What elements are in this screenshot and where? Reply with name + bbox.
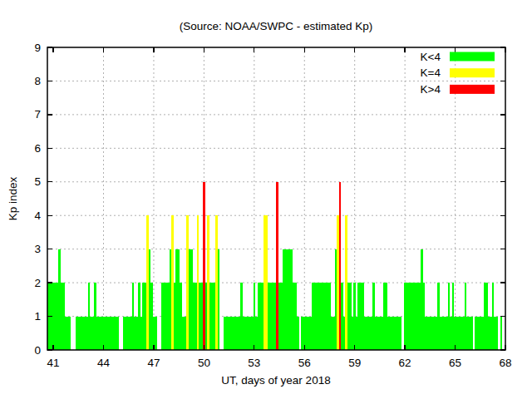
kp-bar	[230, 317, 233, 350]
kp-bar	[446, 317, 448, 350]
kp-bar	[215, 215, 218, 350]
kp-bar	[341, 283, 343, 350]
kp-bar	[496, 317, 499, 350]
kp-bar	[295, 283, 298, 350]
legend-swatch	[450, 52, 495, 62]
kp-bar	[161, 283, 164, 350]
kp-bar	[170, 249, 172, 350]
kp-bar	[454, 317, 456, 350]
kp-bar	[274, 283, 277, 350]
kp-bar	[58, 249, 61, 350]
kp-bar	[94, 283, 96, 350]
kp-bar	[404, 283, 406, 350]
kp-bar	[397, 317, 400, 350]
kp-bar	[65, 317, 67, 350]
kp-bar	[106, 317, 109, 350]
kp-bar	[232, 317, 234, 350]
kp-index-chart: 414447505356596265680123456789 K<4K=4K>4…	[0, 0, 532, 399]
chart-title: (Source: NOAA/SWPC - estimated Kp)	[180, 20, 373, 32]
kp-bar	[92, 317, 95, 350]
kp-bar	[339, 182, 342, 350]
kp-bar	[444, 317, 446, 350]
kp-bar	[448, 283, 451, 350]
kp-bar	[138, 283, 140, 350]
kp-bar	[244, 317, 247, 350]
kp-bar	[310, 317, 313, 350]
kp-bar	[207, 215, 209, 350]
kp-bar	[155, 317, 157, 350]
kp-bar	[186, 215, 189, 350]
x-tick-label: 47	[147, 357, 160, 369]
kp-bar	[184, 317, 186, 350]
kp-bar	[167, 283, 170, 350]
kp-bar	[377, 317, 379, 350]
kp-bar	[347, 283, 350, 350]
y-tick-label: 7	[34, 108, 41, 121]
y-tick-label: 4	[34, 209, 41, 222]
y-tick-label: 8	[34, 75, 41, 87]
kp-bar	[105, 317, 107, 350]
kp-bar	[149, 249, 151, 350]
kp-bar	[96, 317, 99, 350]
kp-bar	[174, 283, 176, 350]
y-tick-label: 6	[34, 142, 41, 155]
kp-bar	[163, 283, 165, 350]
kp-bar	[308, 317, 310, 350]
kp-bar	[150, 283, 153, 350]
kp-bar	[226, 317, 229, 350]
kp-bar	[360, 283, 362, 350]
x-tick-label: 59	[348, 357, 361, 369]
kp-bar	[316, 283, 318, 350]
kp-bar	[353, 283, 356, 350]
kp-bar	[180, 283, 182, 350]
kp-bar	[268, 283, 270, 350]
kp-bar	[251, 317, 254, 350]
kp-bar	[134, 317, 136, 350]
legend-label: K=4	[421, 66, 441, 79]
kp-bar	[356, 317, 358, 350]
kp-bar	[462, 317, 465, 350]
kp-bar	[456, 317, 459, 350]
kp-bar	[423, 283, 426, 350]
kp-bar	[440, 317, 442, 350]
kp-bar	[357, 283, 360, 350]
kp-bar	[288, 249, 291, 350]
y-tick-label: 2	[34, 277, 41, 289]
kp-bar	[123, 317, 126, 350]
kp-bar	[283, 249, 285, 350]
kp-bar	[165, 283, 168, 350]
kp-bar	[287, 249, 289, 350]
x-tick-label: 41	[47, 357, 60, 369]
kp-bar	[284, 249, 287, 350]
kp-bar	[209, 283, 212, 350]
kp-bar	[461, 317, 463, 350]
chart-svg: 414447505356596265680123456789 K<4K=4K>4…	[0, 0, 532, 399]
y-tick-label: 9	[34, 42, 41, 54]
kp-bars	[47, 182, 502, 350]
kp-bar	[452, 283, 455, 350]
kp-bar	[441, 317, 444, 350]
kp-bar	[477, 317, 480, 350]
kp-bar	[88, 283, 91, 350]
kp-bar	[182, 317, 185, 350]
kp-bar	[190, 249, 193, 350]
kp-bar	[258, 283, 260, 350]
kp-bar	[127, 317, 130, 350]
kp-bar	[421, 249, 423, 350]
kp-bar	[126, 317, 128, 350]
kp-bar	[318, 283, 321, 350]
legend-swatch	[450, 85, 495, 94]
kp-bar	[429, 317, 431, 350]
kp-bar	[278, 283, 281, 350]
kp-bar	[450, 317, 452, 350]
y-tick-label: 1	[34, 310, 41, 323]
kp-bar	[262, 283, 264, 350]
kp-bar	[98, 317, 101, 350]
kp-bar	[255, 317, 258, 350]
kp-bar	[412, 283, 415, 350]
kp-bar	[320, 283, 323, 350]
kp-bar	[205, 283, 208, 350]
kp-bar	[379, 317, 382, 350]
kp-bar	[142, 283, 145, 350]
kp-bar	[240, 283, 243, 350]
